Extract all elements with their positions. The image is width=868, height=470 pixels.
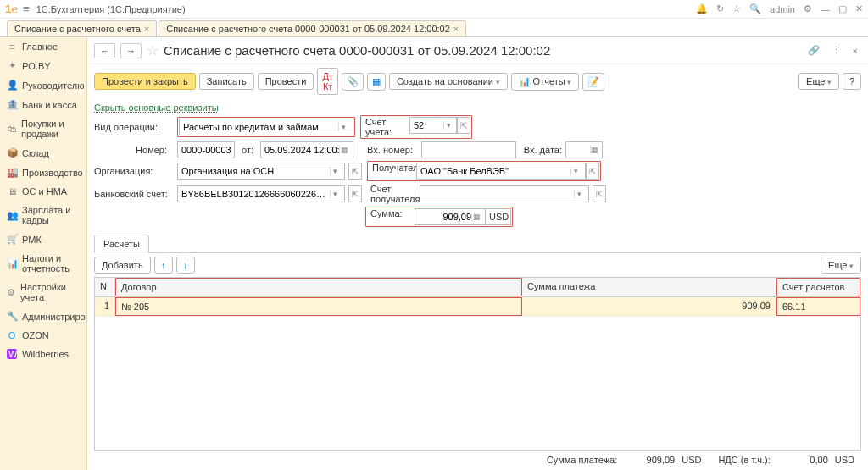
sidebar-item[interactable]: ⚙Настройки учета — [0, 278, 86, 307]
close-icon[interactable]: ✕ — [855, 3, 863, 14]
sidebar-item[interactable]: 📦Склад — [0, 143, 86, 163]
sidebar-item[interactable]: 👤Руководителю — [0, 75, 86, 95]
tab-close-icon[interactable]: × — [144, 24, 149, 34]
recipient-input[interactable] — [420, 166, 570, 176]
sidebar-item[interactable]: 📊Налоги и отчетность — [0, 249, 86, 278]
salary-icon: 👥 — [7, 210, 17, 221]
bell-icon[interactable]: 🔔 — [696, 3, 708, 14]
open-icon[interactable]: ⇱ — [593, 185, 606, 202]
structure-button[interactable]: ▦ — [367, 73, 386, 91]
post-and-close-button[interactable]: Провести и закрыть — [94, 73, 196, 90]
table-row[interactable]: 1 № 205 909,09 66.11 — [95, 297, 860, 317]
dropdown-icon[interactable]: ▾ — [338, 123, 349, 131]
settings-icon[interactable]: ⚙ — [804, 3, 812, 14]
in-date-input[interactable] — [570, 145, 590, 155]
history-icon[interactable]: ↻ — [716, 3, 724, 14]
label: Счет учета: — [362, 117, 409, 137]
in-number-input[interactable] — [426, 145, 512, 155]
search-icon[interactable]: 🔍 — [749, 3, 761, 14]
move-down-button[interactable]: ↓ — [176, 257, 195, 274]
account-input[interactable] — [414, 120, 443, 130]
dropdown-icon[interactable]: ▾ — [570, 167, 581, 175]
org-input[interactable] — [181, 166, 330, 176]
sidebar-item[interactable]: 👥Зарплата и кадры — [0, 201, 86, 229]
sidebar-item[interactable]: 🛍Покупки и продажи — [0, 114, 86, 143]
dropdown-icon[interactable]: ▾ — [443, 121, 453, 130]
dropdown-icon[interactable]: ▾ — [574, 190, 585, 198]
calendar-icon[interactable]: ▦ — [339, 146, 349, 154]
col-sum[interactable]: Сумма платежа — [522, 278, 776, 296]
label: Банковский счет: — [94, 189, 174, 199]
sidebar-item[interactable]: 🛒РМК — [0, 229, 86, 249]
calendar-icon[interactable]: ▦ — [590, 146, 598, 154]
close-page-icon[interactable]: × — [849, 46, 861, 56]
sidebar-item[interactable]: 🏦Банк и касса — [0, 95, 86, 114]
cell-acc[interactable]: 66.11 — [776, 297, 860, 316]
sidebar-item[interactable]: ≡Главное — [0, 37, 86, 56]
dropdown-icon[interactable]: ▾ — [330, 190, 341, 198]
sidebar-item[interactable]: 🖥ОС и НМА — [0, 182, 86, 201]
sidebar-item[interactable]: 🔧Администрирование — [0, 307, 86, 326]
sidebar-item[interactable]: 🏭Производство — [0, 163, 86, 182]
op-type-input[interactable] — [183, 122, 338, 132]
rec-acc-input[interactable] — [424, 189, 574, 199]
menu-dots-icon[interactable]: ⋮ — [828, 45, 844, 56]
user-name[interactable]: admin — [770, 4, 795, 14]
attach-button[interactable]: 📎 — [342, 73, 364, 91]
tab-item[interactable]: Списание с расчетного счета× — [7, 20, 157, 36]
ozon-icon: O — [7, 330, 17, 340]
dt-kt-button[interactable]: ДтКт — [317, 68, 338, 95]
star-icon[interactable]: ☆ — [732, 3, 741, 14]
minimize-icon[interactable]: — — [821, 4, 830, 14]
title-bar: 1℮ ≡ 1С:Бухгалтерия (1С:Предприятие) 🔔 ↻… — [0, 0, 868, 19]
open-icon[interactable]: ⇱ — [457, 117, 470, 134]
more-button[interactable]: Еще — [798, 73, 839, 90]
maximize-icon[interactable]: ▢ — [838, 3, 847, 14]
page-title: Списание с расчетного счета 0000-000031 … — [164, 43, 550, 58]
sales-icon: 🛍 — [7, 124, 16, 134]
menu-icon[interactable]: ≡ — [23, 3, 30, 15]
favorite-icon[interactable]: ☆ — [147, 42, 159, 58]
cell-n: 1 — [95, 297, 115, 316]
calc-icon[interactable]: ▦ — [471, 213, 481, 221]
bank-acc-input[interactable] — [181, 189, 330, 199]
dropdown-icon[interactable]: ▾ — [330, 167, 341, 175]
label: Вх. дата: — [520, 145, 562, 155]
forward-button[interactable]: → — [120, 43, 142, 58]
open-icon[interactable]: ⇱ — [586, 163, 599, 180]
move-up-button[interactable]: ↑ — [154, 257, 173, 274]
help-button[interactable]: ? — [843, 73, 861, 90]
open-icon[interactable]: ⇱ — [348, 163, 362, 180]
currency: USD — [486, 208, 511, 225]
col-acc[interactable]: Счет расчетов — [776, 278, 860, 296]
tab-item[interactable]: Списание с расчетного счета 0000-000031 … — [159, 20, 466, 36]
total-cur: USD — [682, 455, 701, 465]
label: Сумма платежа: — [547, 455, 617, 465]
write-button[interactable]: Записать — [199, 73, 254, 90]
label: Счет получателя: — [365, 184, 416, 204]
grid-more-button[interactable]: Еще — [821, 257, 861, 274]
tab-close-icon[interactable]: × — [453, 24, 459, 34]
cell-contract[interactable]: № 205 — [115, 297, 522, 316]
hide-main-link[interactable]: Скрыть основные реквизиты — [94, 102, 219, 113]
col-contract[interactable]: Договор — [115, 278, 522, 296]
sum-input[interactable] — [419, 212, 471, 222]
open-icon[interactable]: ⇱ — [348, 185, 362, 202]
number-input[interactable] — [181, 145, 231, 155]
post-button[interactable]: Провести — [258, 73, 314, 90]
wb-icon: W — [7, 349, 17, 359]
sidebar-item[interactable]: WWildberries — [0, 345, 86, 363]
back-button[interactable]: ← — [94, 43, 115, 58]
create-basis-button[interactable]: Создать на основании — [389, 73, 508, 90]
tab-payments[interactable]: Расчеты — [94, 235, 149, 253]
home-icon: ≡ — [7, 41, 17, 52]
warehouse-icon: 📦 — [7, 147, 17, 158]
col-n[interactable]: N — [95, 278, 115, 296]
link-icon[interactable]: 🔗 — [804, 45, 823, 56]
notes-button[interactable]: 📝 — [582, 73, 604, 91]
add-button[interactable]: Добавить — [94, 257, 151, 274]
date-input[interactable] — [264, 145, 339, 155]
reports-button[interactable]: 📊 Отчеты — [511, 73, 580, 91]
sidebar-item[interactable]: OOZON — [0, 326, 86, 345]
sidebar-item[interactable]: ✦PO.BY — [0, 56, 86, 75]
